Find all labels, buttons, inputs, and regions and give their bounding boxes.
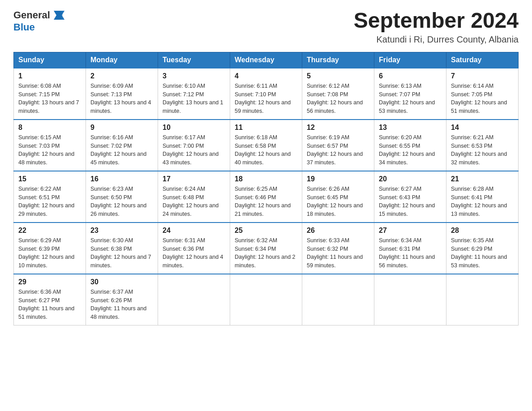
day-number: 26 xyxy=(307,227,369,235)
day-number: 6 xyxy=(379,72,442,80)
calendar-cell: 15 Sunrise: 6:22 AMSunset: 6:51 PMDaylig… xyxy=(14,171,86,223)
calendar-cell: 21 Sunrise: 6:28 AMSunset: 6:41 PMDaylig… xyxy=(446,171,519,223)
day-info: Sunrise: 6:17 AMSunset: 7:00 PMDaylight:… xyxy=(163,134,219,166)
day-info: Sunrise: 6:28 AMSunset: 6:41 PMDaylight:… xyxy=(451,186,507,217)
day-info: Sunrise: 6:33 AMSunset: 6:32 PMDaylight:… xyxy=(307,237,363,269)
day-number: 25 xyxy=(235,227,297,235)
day-info: Sunrise: 6:25 AMSunset: 6:46 PMDaylight:… xyxy=(235,186,291,217)
calendar-body: 1 Sunrise: 6:08 AMSunset: 7:15 PMDayligh… xyxy=(14,68,519,325)
day-info: Sunrise: 6:26 AMSunset: 6:45 PMDaylight:… xyxy=(307,186,363,217)
day-info: Sunrise: 6:37 AMSunset: 6:26 PMDaylight:… xyxy=(90,289,146,320)
logo-blue-text: Blue xyxy=(13,21,35,33)
calendar-cell xyxy=(446,274,519,325)
logo-inner: General xyxy=(13,9,65,21)
day-number: 17 xyxy=(163,175,225,183)
day-info: Sunrise: 6:22 AMSunset: 6:51 PMDaylight:… xyxy=(18,186,74,217)
weekday-header-friday: Friday xyxy=(374,52,446,68)
calendar-cell xyxy=(302,274,374,325)
weekday-header-sunday: Sunday xyxy=(14,52,86,68)
day-info: Sunrise: 6:35 AMSunset: 6:29 PMDaylight:… xyxy=(451,237,507,269)
calendar-cell: 12 Sunrise: 6:19 AMSunset: 6:57 PMDaylig… xyxy=(302,120,374,171)
day-number: 20 xyxy=(379,175,442,183)
logo: General Blue xyxy=(13,9,65,33)
day-info: Sunrise: 6:32 AMSunset: 6:34 PMDaylight:… xyxy=(235,237,296,269)
logo-flag-icon xyxy=(53,9,65,21)
calendar-cell: 30 Sunrise: 6:37 AMSunset: 6:26 PMDaylig… xyxy=(86,274,158,325)
calendar-header: SundayMondayTuesdayWednesdayThursdayFrid… xyxy=(14,52,519,68)
calendar-cell: 27 Sunrise: 6:34 AMSunset: 6:31 PMDaylig… xyxy=(374,223,446,274)
calendar-week-row: 1 Sunrise: 6:08 AMSunset: 7:15 PMDayligh… xyxy=(14,68,519,120)
day-info: Sunrise: 6:20 AMSunset: 6:55 PMDaylight:… xyxy=(379,134,435,166)
weekday-header-wednesday: Wednesday xyxy=(230,52,302,68)
day-info: Sunrise: 6:16 AMSunset: 7:02 PMDaylight:… xyxy=(90,134,146,166)
day-info: Sunrise: 6:15 AMSunset: 7:03 PMDaylight:… xyxy=(18,134,74,166)
calendar-cell: 3 Sunrise: 6:10 AMSunset: 7:12 PMDayligh… xyxy=(158,68,230,120)
calendar-cell: 13 Sunrise: 6:20 AMSunset: 6:55 PMDaylig… xyxy=(374,120,446,171)
calendar-cell: 28 Sunrise: 6:35 AMSunset: 6:29 PMDaylig… xyxy=(446,223,519,274)
day-number: 16 xyxy=(90,175,153,183)
day-info: Sunrise: 6:14 AMSunset: 7:05 PMDaylight:… xyxy=(451,83,507,114)
day-info: Sunrise: 6:36 AMSunset: 6:27 PMDaylight:… xyxy=(18,289,74,320)
calendar-cell: 4 Sunrise: 6:11 AMSunset: 7:10 PMDayligh… xyxy=(230,68,302,120)
day-number: 2 xyxy=(90,72,153,80)
day-info: Sunrise: 6:19 AMSunset: 6:57 PMDaylight:… xyxy=(307,134,363,166)
calendar-cell: 5 Sunrise: 6:12 AMSunset: 7:08 PMDayligh… xyxy=(302,68,374,120)
calendar-cell: 17 Sunrise: 6:24 AMSunset: 6:48 PMDaylig… xyxy=(158,171,230,223)
calendar-cell: 24 Sunrise: 6:31 AMSunset: 6:36 PMDaylig… xyxy=(158,223,230,274)
day-number: 18 xyxy=(235,175,297,183)
calendar-cell xyxy=(374,274,446,325)
calendar-cell: 2 Sunrise: 6:09 AMSunset: 7:13 PMDayligh… xyxy=(86,68,158,120)
day-number: 8 xyxy=(18,124,81,132)
day-info: Sunrise: 6:24 AMSunset: 6:48 PMDaylight:… xyxy=(163,186,219,217)
day-number: 29 xyxy=(18,278,81,286)
month-title: September 2024 xyxy=(354,9,519,33)
day-info: Sunrise: 6:31 AMSunset: 6:36 PMDaylight:… xyxy=(163,237,223,269)
day-info: Sunrise: 6:18 AMSunset: 6:58 PMDaylight:… xyxy=(235,134,291,166)
day-number: 14 xyxy=(451,124,514,132)
day-info: Sunrise: 6:11 AMSunset: 7:10 PMDaylight:… xyxy=(235,83,291,114)
calendar-week-row: 15 Sunrise: 6:22 AMSunset: 6:51 PMDaylig… xyxy=(14,171,519,223)
day-number: 10 xyxy=(163,124,225,132)
calendar-cell: 1 Sunrise: 6:08 AMSunset: 7:15 PMDayligh… xyxy=(14,68,86,120)
location-subtitle: Katundi i Ri, Durres County, Albania xyxy=(354,34,519,45)
day-info: Sunrise: 6:09 AMSunset: 7:13 PMDaylight:… xyxy=(90,83,151,114)
calendar-table: SundayMondayTuesdayWednesdayThursdayFrid… xyxy=(13,52,519,325)
calendar-cell: 10 Sunrise: 6:17 AMSunset: 7:00 PMDaylig… xyxy=(158,120,230,171)
day-number: 30 xyxy=(90,278,153,286)
calendar-cell: 9 Sunrise: 6:16 AMSunset: 7:02 PMDayligh… xyxy=(86,120,158,171)
calendar-cell: 7 Sunrise: 6:14 AMSunset: 7:05 PMDayligh… xyxy=(446,68,519,120)
day-info: Sunrise: 6:13 AMSunset: 7:07 PMDaylight:… xyxy=(379,83,435,114)
calendar-cell: 20 Sunrise: 6:27 AMSunset: 6:43 PMDaylig… xyxy=(374,171,446,223)
calendar-cell: 29 Sunrise: 6:36 AMSunset: 6:27 PMDaylig… xyxy=(14,274,86,325)
day-number: 15 xyxy=(18,175,81,183)
calendar-cell: 19 Sunrise: 6:26 AMSunset: 6:45 PMDaylig… xyxy=(302,171,374,223)
calendar-cell: 16 Sunrise: 6:23 AMSunset: 6:50 PMDaylig… xyxy=(86,171,158,223)
calendar-cell: 11 Sunrise: 6:18 AMSunset: 6:58 PMDaylig… xyxy=(230,120,302,171)
day-info: Sunrise: 6:29 AMSunset: 6:39 PMDaylight:… xyxy=(18,237,74,269)
calendar-cell: 25 Sunrise: 6:32 AMSunset: 6:34 PMDaylig… xyxy=(230,223,302,274)
calendar-cell: 8 Sunrise: 6:15 AMSunset: 7:03 PMDayligh… xyxy=(14,120,86,171)
calendar-week-row: 22 Sunrise: 6:29 AMSunset: 6:39 PMDaylig… xyxy=(14,223,519,274)
day-number: 22 xyxy=(18,227,81,235)
day-info: Sunrise: 6:23 AMSunset: 6:50 PMDaylight:… xyxy=(90,186,146,217)
calendar-cell: 23 Sunrise: 6:30 AMSunset: 6:38 PMDaylig… xyxy=(86,223,158,274)
weekday-header-row: SundayMondayTuesdayWednesdayThursdayFrid… xyxy=(14,52,519,68)
day-info: Sunrise: 6:34 AMSunset: 6:31 PMDaylight:… xyxy=(379,237,435,269)
day-number: 13 xyxy=(379,124,442,132)
day-info: Sunrise: 6:27 AMSunset: 6:43 PMDaylight:… xyxy=(379,186,435,217)
weekday-header-thursday: Thursday xyxy=(302,52,374,68)
day-number: 21 xyxy=(451,175,514,183)
day-number: 28 xyxy=(451,227,514,235)
calendar-cell: 22 Sunrise: 6:29 AMSunset: 6:39 PMDaylig… xyxy=(14,223,86,274)
calendar-cell xyxy=(230,274,302,325)
day-number: 4 xyxy=(235,72,297,80)
day-number: 23 xyxy=(90,227,153,235)
day-number: 12 xyxy=(307,124,369,132)
weekday-header-monday: Monday xyxy=(86,52,158,68)
day-info: Sunrise: 6:30 AMSunset: 6:38 PMDaylight:… xyxy=(90,237,151,269)
calendar-week-row: 8 Sunrise: 6:15 AMSunset: 7:03 PMDayligh… xyxy=(14,120,519,171)
weekday-header-tuesday: Tuesday xyxy=(158,52,230,68)
day-number: 27 xyxy=(379,227,442,235)
day-number: 24 xyxy=(163,227,225,235)
calendar-cell: 14 Sunrise: 6:21 AMSunset: 6:53 PMDaylig… xyxy=(446,120,519,171)
